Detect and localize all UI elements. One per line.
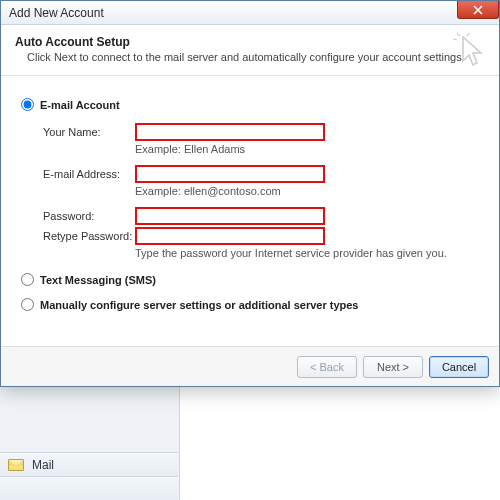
password-label: Password: (43, 210, 135, 222)
wizard-footer: < Back Next > Cancel (1, 346, 499, 386)
back-button-label: < Back (310, 361, 344, 373)
email-hint: Example: ellen@contoso.com (135, 185, 479, 197)
password-input[interactable] (135, 207, 325, 225)
mail-icon (8, 459, 24, 471)
nav-section: Mail (0, 452, 178, 500)
nav-item-mail[interactable]: Mail (0, 452, 178, 476)
back-button[interactable]: < Back (297, 356, 357, 378)
add-account-dialog: Add New Account Auto Account Setup Click… (0, 0, 500, 387)
wizard-body: E-mail Account Your Name: Example: Ellen… (1, 76, 499, 346)
password-hint: Type the password your Internet service … (135, 247, 475, 259)
window-title: Add New Account (9, 6, 104, 20)
nav-item-secondary[interactable] (0, 476, 178, 500)
next-button-label: Next > (377, 361, 409, 373)
radio-sms[interactable] (21, 273, 34, 286)
option-manual-label: Manually configure server settings or ad… (40, 299, 359, 311)
name-label: Your Name: (43, 126, 135, 138)
wizard-header: Auto Account Setup Click Next to connect… (1, 25, 499, 76)
cancel-button[interactable]: Cancel (429, 356, 489, 378)
radio-email[interactable] (21, 98, 34, 111)
close-button[interactable] (457, 1, 499, 19)
nav-item-label: Mail (32, 458, 54, 472)
retype-label: Retype Password: (43, 230, 135, 242)
option-email-account[interactable]: E-mail Account (21, 98, 479, 111)
cursor-icon (451, 31, 491, 71)
radio-manual[interactable] (21, 298, 34, 311)
header-title: Auto Account Setup (15, 35, 485, 49)
generic-icon (8, 483, 24, 495)
email-fields: Your Name: Example: Ellen Adams E-mail A… (43, 123, 479, 259)
email-input[interactable] (135, 165, 325, 183)
close-icon (473, 5, 483, 15)
header-subtitle: Click Next to connect to the mail server… (27, 51, 485, 63)
next-button[interactable]: Next > (363, 356, 423, 378)
name-input[interactable] (135, 123, 325, 141)
email-label: E-mail Address: (43, 168, 135, 180)
name-hint: Example: Ellen Adams (135, 143, 479, 155)
titlebar[interactable]: Add New Account (1, 1, 499, 25)
option-manual[interactable]: Manually configure server settings or ad… (21, 298, 479, 311)
retype-password-input[interactable] (135, 227, 325, 245)
option-sms[interactable]: Text Messaging (SMS) (21, 273, 479, 286)
option-email-label: E-mail Account (40, 99, 120, 111)
option-sms-label: Text Messaging (SMS) (40, 274, 156, 286)
cancel-button-label: Cancel (442, 361, 476, 373)
